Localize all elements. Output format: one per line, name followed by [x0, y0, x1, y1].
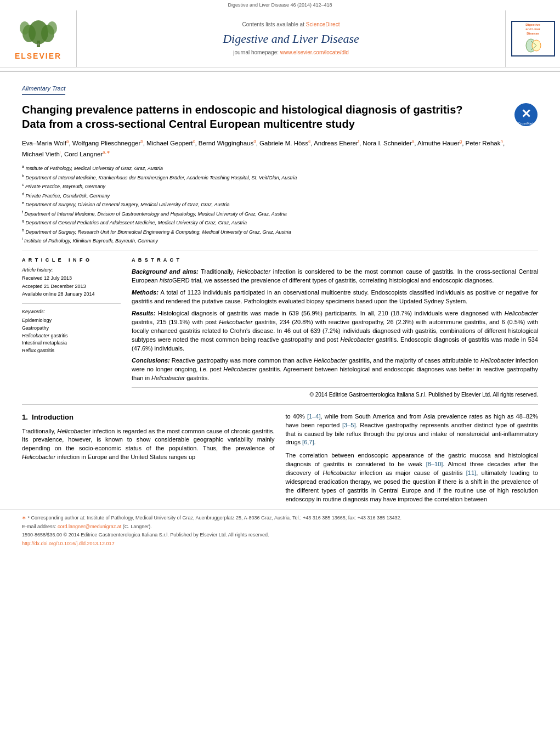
doi-line: http://dx.doi.org/10.1016/j.dld.2013.12.… [22, 540, 538, 547]
journal-center: Contents lists available at ScienceDirec… [77, 10, 505, 67]
article-info-abstract: A R T I C L E I N F O Article history: R… [22, 251, 538, 399]
keyword-gastropathy: Gastropathy [22, 325, 121, 332]
abstract-heading: A B S T R A C T [132, 257, 538, 264]
svg-text:✕: ✕ [521, 107, 531, 121]
email-line: E-mail address: cord.langner@medunigraz.… [22, 523, 538, 530]
intro-paragraph-3: The correlation between endoscopic appea… [286, 451, 539, 504]
received-date: Received 12 July 2013 [22, 275, 121, 282]
article-title: Changing prevalence patterns in endoscop… [22, 103, 472, 131]
journal-title: Digestive and Liver Disease [223, 31, 359, 48]
corresponding-note: ∗ * Corresponding author at: Institute o… [22, 514, 538, 522]
keywords-label: Keywords: [22, 308, 121, 315]
affiliations: a Institute of Pathology, Medical Univer… [22, 164, 538, 245]
elsevier-brand: ELSEVIER [15, 51, 61, 62]
article-info-heading: A R T I C L E I N F O [22, 257, 121, 264]
ref-8-10[interactable]: [8–10] [426, 461, 443, 467]
abstract-col: A B S T R A C T Background and aims: Tra… [132, 257, 538, 399]
dlj-logo-icon [524, 38, 542, 53]
ref-1-4[interactable]: [1–4] [307, 413, 320, 420]
svg-point-6 [37, 43, 39, 46]
keyword-intestinal: Intestinal metaplasia [22, 340, 121, 347]
article-info-col: A R T I C L E I N F O Article history: R… [22, 257, 121, 399]
abstract-results: Results: Histological diagnosis of gastr… [132, 309, 538, 353]
ref-11[interactable]: [11] [466, 470, 476, 476]
elsevier-logo: ELSEVIER [0, 10, 77, 67]
authors: Eva–Maria Wolfa, Wolfgang Plieschneggerb… [22, 138, 538, 160]
article-history: Article history: Received 12 July 2013 A… [22, 267, 121, 303]
accepted-date: Accepted 21 December 2013 [22, 283, 121, 290]
section-divider [22, 404, 538, 405]
keyword-helicobacter: Helicobacter gastritis [22, 332, 121, 340]
doi-link[interactable]: http://dx.doi.org/10.1016/j.dld.2013.12.… [22, 541, 115, 546]
sciencedirect-link[interactable]: ScienceDirect [306, 21, 340, 27]
keywords-section: Keywords: Epidemiology Gastropathy Helic… [22, 308, 121, 354]
article-body: Alimentary Tract ✕ CrossMark Changing pr… [0, 72, 560, 504]
abstract-conclusions: Conclusions: Reactive gastropathy was mo… [132, 357, 538, 383]
elsevier-tree-icon [14, 16, 63, 49]
journal-logo-box: Digestive and Liver Disease [511, 21, 555, 56]
intro-heading: 1. Introduction [22, 412, 275, 423]
keyword-epidemiology: Epidemiology [22, 317, 121, 324]
intro-col-left: 1. Introduction Traditionally, Helicobac… [22, 412, 275, 504]
svg-text:CrossMark: CrossMark [518, 122, 534, 125]
crossmark-icon[interactable]: ✕ CrossMark [514, 103, 538, 127]
author-email[interactable]: cord.langner@medunigraz.at [58, 524, 121, 529]
intro-paragraph-1: Traditionally, Helicobacter infection is… [22, 427, 275, 462]
ref-3-5[interactable]: [3–5] [342, 422, 355, 428]
journal-header: Digestive and Liver Disease 46 (2014) 41… [0, 0, 560, 72]
article-history-label: Article history: [22, 267, 121, 274]
abstract-background: Background and aims: Traditionally, Heli… [132, 268, 538, 285]
svg-point-5 [47, 21, 57, 35]
keyword-reflux: Reflux gastritis [22, 347, 121, 354]
available-date: Available online 28 January 2014 [22, 291, 121, 298]
abstract-methods: Methods: A total of 1123 individuals par… [132, 289, 538, 306]
journal-homepage-link[interactable]: www.elsevier.com/locate/dld [280, 49, 349, 55]
svg-point-4 [20, 21, 30, 35]
issn-line: 1590-8658/$36.00 © 2014 Editrice Gastroe… [22, 531, 538, 539]
sciencedirect-line: Contents lists available at ScienceDirec… [242, 21, 340, 29]
intro-col-right: to 40% [1–4], while from South America a… [286, 412, 539, 504]
volume-info: Digestive and Liver Disease 46 (2014) 41… [228, 2, 332, 8]
intro-paragraph-2: to 40% [1–4], while from South America a… [286, 412, 539, 448]
journal-homepage: journal homepage: www.elsevier.com/locat… [233, 49, 349, 56]
abstract-copyright: © 2014 Editrice Gastroenterologica Itali… [132, 387, 538, 399]
journal-logo-right: Digestive and Liver Disease [505, 10, 560, 67]
page: Digestive and Liver Disease 46 (2014) 41… [0, 0, 560, 553]
section-tag: Alimentary Tract [22, 84, 65, 94]
introduction-section: 1. Introduction Traditionally, Helicobac… [22, 410, 538, 504]
ref-6-7[interactable]: [6,7] [302, 439, 314, 445]
article-footer: ∗ * Corresponding author at: Institute o… [0, 510, 560, 553]
